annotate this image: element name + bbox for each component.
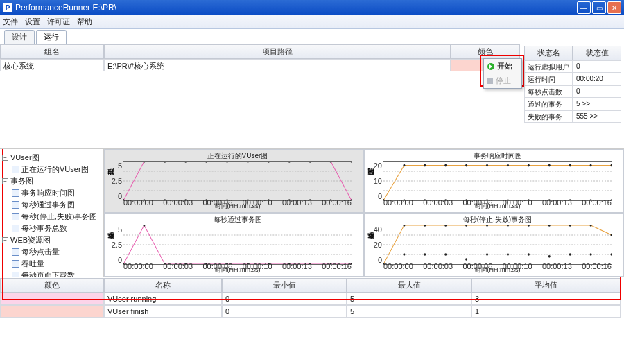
chart-title: 事务响应时间图	[383, 151, 612, 161]
chart-title: 每秒通过事务图	[123, 215, 352, 225]
app-icon: P	[3, 3, 12, 12]
svg-point-6	[184, 162, 187, 163]
legend-table: 颜色 名称 最小值 最大值 平均值 VUser running 0 5 3 VU…	[0, 278, 624, 318]
status-table: 状态名 状态值 运行虚拟用户0 运行时间00:00:20 每秒点击数0 通过的事…	[524, 46, 621, 123]
svg-point-31	[403, 164, 405, 167]
legend-hdr-min: 最小值	[222, 278, 347, 293]
status-row: 通过的事务	[524, 98, 573, 110]
svg-point-26	[351, 162, 352, 163]
svg-point-10	[268, 162, 270, 163]
status-val: 0	[573, 85, 621, 98]
charts-grid: 用户数 正在运行的VUser图 52.50 00:00:0000:00:0300…	[104, 149, 624, 277]
cell-group[interactable]: 核心系统	[0, 59, 104, 71]
legend-hdr-color: 颜色	[0, 278, 104, 293]
menu-help[interactable]: 帮助	[77, 17, 92, 27]
legend-color-swatch	[0, 293, 104, 305]
legend-hdr-max: 最大值	[347, 278, 471, 293]
tab-design[interactable]: 设计	[4, 30, 35, 44]
status-row: 每秒点击数	[524, 85, 573, 98]
top-area: 组名 项目路径 颜色 核心系统 E:\PR\#核心系统 开始 停止 状态名 状态…	[0, 44, 624, 148]
tree-item[interactable]: 每秒点击量	[2, 246, 101, 258]
svg-point-41	[611, 164, 612, 167]
tree-group-web[interactable]: −WEB资源图	[2, 234, 101, 246]
graph-tree: −VUser图 正在运行的VUser图 −事务图 事务响应时间图 每秒通过事务图…	[0, 149, 104, 277]
legend-cell: VUser finish	[104, 305, 222, 318]
svg-point-93	[569, 253, 571, 256]
svg-point-79	[528, 225, 530, 227]
legend-cell: 1	[471, 305, 621, 318]
status-row: 失败的事务	[524, 110, 573, 123]
tree-item[interactable]: 正在运行的VUser图	[2, 164, 101, 175]
svg-point-91	[528, 253, 530, 256]
legend-cell: VUser running	[104, 293, 222, 305]
legend-cell: 3	[471, 293, 621, 305]
chart-plot: 52.50 00:00:0000:00:0300:00:0600:00:1000…	[123, 225, 352, 265]
svg-point-78	[507, 225, 509, 227]
legend-cell: 0	[222, 293, 347, 305]
svg-point-37	[528, 164, 530, 167]
cell-path[interactable]: E:\PR\#核心系统	[104, 59, 451, 71]
stop-icon	[487, 78, 493, 84]
play-icon	[487, 63, 494, 70]
svg-point-40	[590, 164, 592, 167]
chart-title: 每秒(停止,失败)事务图	[383, 215, 612, 225]
legend-cell: 5	[347, 305, 471, 318]
window-title: PerformanceRunner E:\PR\	[15, 3, 577, 12]
tree-item[interactable]: 每秒页面下载数	[2, 270, 101, 277]
svg-point-34	[465, 164, 467, 167]
chart-title: 正在运行的VUser图	[123, 151, 352, 161]
menu-file[interactable]: 文件	[3, 17, 18, 27]
svg-point-94	[590, 253, 592, 256]
tree-item[interactable]: 每秒通过事务图	[2, 199, 101, 211]
legend-cell: 0	[222, 305, 347, 318]
tree-item[interactable]: 事务响应时间图	[2, 187, 101, 199]
legend-hdr-name: 名称	[104, 278, 222, 293]
svg-point-75	[444, 225, 447, 227]
maximize-button[interactable]: ▭	[592, 1, 606, 14]
svg-point-38	[548, 164, 551, 167]
chart-panel[interactable]: 响应时间 事务响应时间图 20100 00:00:0000:00:0300:00…	[364, 149, 624, 213]
svg-point-86	[424, 253, 426, 256]
svg-point-36	[507, 164, 509, 167]
menu-license[interactable]: 许可证	[47, 17, 70, 27]
status-hdr-name: 状态名	[524, 46, 573, 60]
svg-point-7	[205, 162, 207, 163]
menu-bar: 文件 设置 许可证 帮助	[0, 15, 624, 29]
svg-point-92	[548, 255, 551, 258]
minimize-button[interactable]: —	[577, 1, 591, 14]
svg-point-81	[569, 225, 571, 227]
status-hdr-value: 状态值	[573, 46, 621, 60]
legend-color-swatch	[0, 305, 104, 318]
close-button[interactable]: ✕	[607, 1, 621, 14]
svg-point-76	[465, 225, 467, 227]
chart-plot: 20100 00:00:0000:00:0300:00:0600:00:1000…	[383, 161, 612, 201]
svg-point-74	[424, 225, 426, 227]
context-menu: 开始 停止	[483, 58, 522, 89]
chart-panel[interactable]: 用户数 正在运行的VUser图 52.50 00:00:0000:00:0300…	[104, 149, 364, 213]
tree-group-txn[interactable]: −事务图	[2, 175, 101, 187]
chart-panel[interactable]: 事务数 每秒通过事务图 52.50 00:00:0000:00:0300:00:…	[104, 213, 364, 277]
tree-item[interactable]: 每秒事务总数	[2, 223, 101, 234]
chart-plot: 40200 00:00:0000:00:0300:00:0600:00:1000…	[383, 225, 612, 265]
status-val[interactable]: 555 >>	[573, 110, 621, 123]
tree-item[interactable]: 每秒(停止,失败)事务图	[2, 211, 101, 223]
svg-point-83	[611, 234, 612, 236]
tree-group-vuser[interactable]: −VUser图	[2, 152, 101, 164]
svg-point-9	[247, 162, 249, 163]
chart-plot: 52.50 00:00:0000:00:0300:00:0600:00:1000…	[123, 161, 352, 201]
tree-item[interactable]: 吞吐量	[2, 258, 101, 270]
svg-point-33	[444, 164, 447, 167]
svg-point-90	[507, 253, 509, 256]
svg-point-11	[288, 162, 291, 163]
tab-run[interactable]: 运行	[36, 30, 67, 44]
chart-panel[interactable]: 事务数 每秒(停止,失败)事务图 40200 00:00:0000:00:030…	[364, 213, 624, 277]
legend-cell: 5	[347, 293, 471, 305]
svg-point-80	[548, 225, 551, 227]
menu-settings[interactable]: 设置	[25, 17, 40, 27]
status-val[interactable]: 5 >>	[573, 98, 621, 110]
col-group: 组名	[0, 44, 104, 59]
svg-point-39	[569, 164, 571, 167]
menu-start[interactable]: 开始	[484, 59, 521, 73]
col-path: 项目路径	[104, 44, 451, 59]
svg-point-77	[486, 225, 488, 227]
